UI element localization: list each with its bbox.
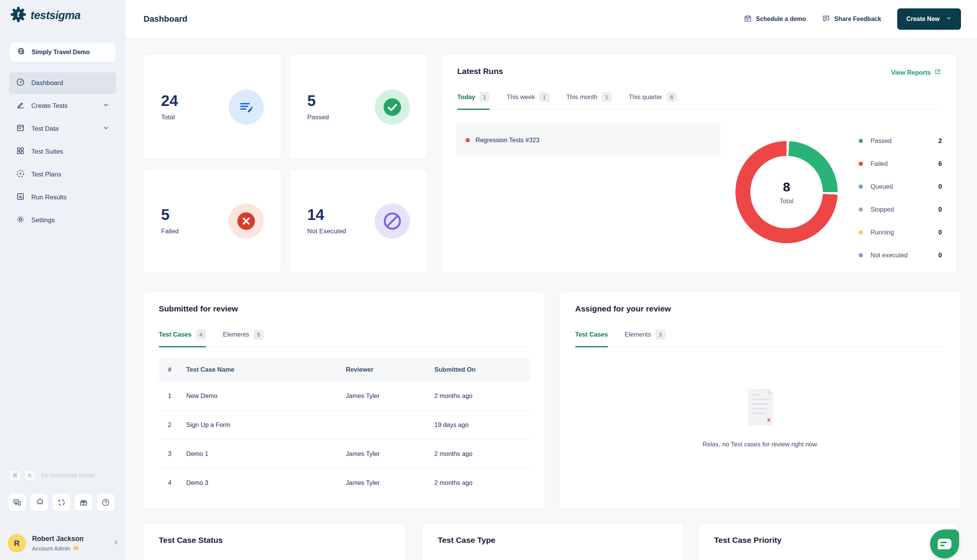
- legend-row: Running0: [859, 221, 942, 243]
- tab-test-cases[interactable]: Test Cases 4: [159, 329, 206, 347]
- col-header-name: Test Case Name: [186, 366, 346, 373]
- feedback-icon: [822, 15, 830, 24]
- cell-test-case-name[interactable]: Sign Up a Form: [186, 421, 346, 428]
- tab-elements[interactable]: Elements 5: [223, 329, 264, 347]
- tab-elements[interactable]: Elements 3: [625, 329, 666, 347]
- submitted-title: Submitted for review: [159, 304, 238, 313]
- sidebar-item-label: Dashboard: [31, 79, 63, 87]
- view-reports-label: View Reports: [891, 69, 931, 76]
- sidebar-item-label: Settings: [31, 217, 55, 224]
- table-row[interactable]: 4 Demo 3 James Tyler 2 months ago: [159, 468, 530, 497]
- help-button[interactable]: [97, 494, 114, 511]
- stat-value: 14: [307, 207, 346, 222]
- submitted-tabs: Test Cases 4 Elements 5: [159, 329, 529, 347]
- sidebar-item-settings[interactable]: Settings: [9, 210, 116, 231]
- legend-row: Queued0: [859, 175, 942, 198]
- assigned-title: Assigned for your review: [575, 304, 671, 313]
- devices-icon: [13, 498, 22, 507]
- loader-button[interactable]: [53, 494, 70, 511]
- testsigma-logo: t testsigma: [10, 6, 80, 24]
- tab-this-quarter[interactable]: This quarter 6: [629, 92, 677, 109]
- latest-runs-tabs: Today 1 This week 1 This month 1 This qu…: [457, 92, 941, 109]
- table-row[interactable]: 1 New Demo James Tyler 2 months ago: [159, 381, 530, 410]
- stat-label: Passed: [307, 113, 329, 121]
- legend-value: 0: [939, 206, 942, 213]
- devices-button[interactable]: [8, 494, 26, 511]
- legend-dot: [859, 139, 863, 143]
- submitted-table: # Test Case Name Reviewer Submitted On 1…: [159, 358, 530, 497]
- sidebar-item-dashboard[interactable]: Dashboard: [9, 72, 116, 94]
- cell-num: 4: [159, 479, 186, 487]
- sidebar-item-test-data[interactable]: Test Data: [9, 118, 116, 140]
- k-key: K: [24, 470, 36, 481]
- pencil-icon: [16, 101, 25, 111]
- whats-new-button[interactable]: [75, 494, 92, 511]
- gift-icon: [79, 498, 88, 507]
- project-switcher[interactable]: Simply Travel Demo: [9, 42, 116, 63]
- command-key: ⌘: [9, 470, 21, 481]
- share-feedback-button[interactable]: Share Feedback: [822, 15, 881, 24]
- legend-dot: [859, 253, 863, 257]
- tab-count-badge: 1: [601, 92, 612, 102]
- grid-icon: [16, 147, 25, 157]
- table-header-row: # Test Case Name Reviewer Submitted On: [159, 358, 530, 381]
- cell-test-case-name[interactable]: Demo 3: [186, 479, 346, 487]
- legend-dot: [859, 230, 863, 235]
- legend-label: Stopped: [870, 206, 894, 213]
- tab-this-week[interactable]: This week 1: [507, 92, 549, 109]
- cell-test-case-name[interactable]: Demo 1: [186, 450, 346, 457]
- legend-label: Passed: [870, 137, 892, 145]
- legend-value: 0: [939, 252, 942, 259]
- user-role: Account Admin: [32, 545, 70, 552]
- latest-runs-title: Latest Runs: [457, 67, 503, 76]
- external-link-icon: [934, 68, 941, 77]
- assigned-for-review-card: Assigned for your review Test Cases Elem…: [559, 292, 961, 509]
- sidebar-item-create-tests[interactable]: Create Tests: [9, 95, 116, 117]
- chevron-down-icon: [946, 15, 952, 23]
- legend-dot: [859, 185, 863, 189]
- sidebar-item-run-results[interactable]: Run Results: [9, 187, 116, 208]
- test-case-priority-card: Test Case Priority: [698, 523, 958, 560]
- legend-row: Passed2: [859, 129, 942, 152]
- tab-test-cases[interactable]: Test Cases: [575, 329, 608, 347]
- stat-card-total: 24 Total: [143, 54, 282, 160]
- legend-dot: [859, 162, 863, 166]
- prohibited-icon: [375, 203, 410, 238]
- cell-test-case-name[interactable]: New Demo: [186, 392, 346, 400]
- sidebar-item-test-plans[interactable]: Test Plans: [9, 164, 116, 185]
- runs-donut-chart: 8 Total: [735, 141, 838, 243]
- cell-reviewer: James Tyler: [346, 479, 434, 487]
- test-case-status-title: Test Case Status: [159, 536, 223, 545]
- tab-today[interactable]: Today 1: [457, 92, 490, 109]
- run-list-item[interactable]: Regression Tests #323: [457, 123, 721, 157]
- stat-card-not-executed: 14 Not Executed: [289, 169, 428, 273]
- donut-total-label: Total: [780, 197, 793, 205]
- tab-label: Elements: [625, 331, 651, 338]
- app-root: t testsigma Simply Travel Demo: [0, 0, 977, 560]
- tab-this-month[interactable]: This month 1: [566, 92, 612, 109]
- runs-legend: Passed2 Failed6 Queued0 Stopped0 Running…: [859, 129, 942, 267]
- chevron-right-icon: [112, 539, 119, 547]
- chevron-down-icon: [103, 102, 109, 110]
- col-header-submitted: Submitted On: [434, 366, 530, 373]
- stat-value: 5: [307, 93, 329, 108]
- col-header-reviewer: Reviewer: [346, 366, 434, 373]
- table-row[interactable]: 3 Demo 1 James Tyler 2 months ago: [159, 439, 530, 468]
- schedule-demo-button[interactable]: Schedule a demo: [744, 15, 806, 24]
- chat-launcher-button[interactable]: [930, 530, 959, 558]
- project-name: Simply Travel Demo: [32, 49, 90, 56]
- sidebar-item-test-suites[interactable]: Test Suites: [9, 141, 116, 162]
- tab-count-badge: 1: [479, 92, 490, 102]
- view-reports-link[interactable]: View Reports: [891, 68, 941, 77]
- top-header: Dashboard Schedule a demo: [125, 0, 977, 38]
- create-new-button[interactable]: Create New: [897, 8, 961, 30]
- stat-label: Failed: [161, 228, 179, 235]
- addons-button[interactable]: [30, 494, 48, 511]
- table-row[interactable]: 2 Sign Up a Form 19 days ago: [159, 410, 530, 439]
- legend-dot: [859, 207, 863, 212]
- tab-count-badge: 3: [655, 329, 666, 340]
- account-menu[interactable]: R Robert Jackson Account Admin: [8, 534, 119, 552]
- logo-wordmark: testsigma: [30, 9, 80, 22]
- page-title: Dashboard: [144, 14, 187, 24]
- tab-count-badge: 4: [196, 329, 206, 340]
